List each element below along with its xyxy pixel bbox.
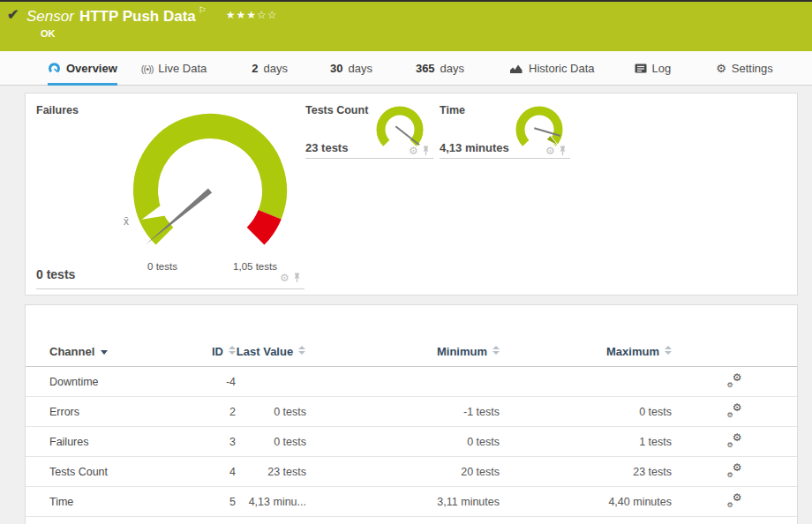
channel-id: 3 [229, 436, 236, 448]
sort-desc-icon [101, 350, 108, 355]
tab-30-days[interactable]: 30 days [330, 51, 372, 86]
channel-minimum: 20 tests [461, 466, 500, 478]
sort-icon [298, 346, 305, 355]
channel-name: Time [49, 496, 73, 508]
gauge-settings-icon[interactable]: ⚙ [545, 146, 555, 155]
table-row: Downtime -4 ⚙ ⚙ [26, 367, 797, 397]
settings-gear-icon: ⚙ [716, 62, 726, 75]
sensor-header: ✔ SensorHTTP Push Data⚐★★★☆☆ OK [0, 2, 812, 51]
channels-table-panel: Channel ID Last Value Minimum Maximum Do… [25, 304, 798, 524]
channel-minimum: -1 tests [463, 406, 500, 418]
sort-icon [229, 346, 236, 355]
channel-settings-icon[interactable]: ⚙ ⚙ [727, 374, 742, 387]
table-row: Errors 2 0 tests -1 tests 0 tests ⚙ ⚙ [26, 397, 797, 427]
object-kind-label: Sensor [26, 8, 74, 25]
channel-id: 2 [229, 406, 236, 418]
table-row: Time 5 4,13 minu... 3,11 minutes 4,40 mi… [26, 487, 797, 517]
historic-chart-icon [509, 64, 523, 74]
channel-maximum: 23 tests [633, 466, 672, 478]
column-header-last-value[interactable]: Last Value [236, 345, 306, 359]
average-marker-label: x̄ [124, 215, 129, 228]
divider [305, 158, 433, 159]
tab-settings[interactable]: ⚙ Settings [716, 51, 773, 86]
divider [440, 158, 570, 159]
pin-icon[interactable] [422, 146, 430, 156]
channel-last-value: 0 tests [274, 406, 306, 418]
gauge-settings-icon[interactable]: ⚙ [409, 146, 418, 155]
tab-bar: Overview ((•)) Live Data 2 days 30 days … [0, 51, 812, 86]
channel-settings-icon[interactable]: ⚙ ⚙ [727, 434, 742, 447]
column-header-maximum[interactable]: Maximum [500, 345, 672, 359]
channel-last-value: 4,13 minu... [249, 496, 306, 508]
gauge-icon [48, 62, 61, 75]
failures-current-value: 0 tests [36, 267, 75, 281]
log-list-icon [635, 64, 647, 73]
table-body: Downtime -4 ⚙ ⚙ Errors 2 0 tests -1 test… [26, 367, 797, 517]
channel-settings-icon[interactable]: ⚙ ⚙ [727, 464, 742, 477]
gauge-scale-max: 1,05 tests [233, 261, 277, 272]
column-header-id[interactable]: ID [184, 345, 236, 359]
tab-live-data[interactable]: ((•)) Live Data [141, 51, 207, 86]
gauges-panel: Failures x̄ 0 tests 1,05 tests 0 tests ⚙… [25, 93, 798, 296]
gauge-title-failures: Failures [36, 104, 79, 116]
channel-name: Tests Count [49, 466, 108, 478]
gauge-title-time: Time [440, 104, 465, 116]
pin-icon[interactable] [559, 146, 567, 156]
channel-last-value: 0 tests [274, 436, 306, 448]
column-header-minimum[interactable]: Minimum [306, 345, 500, 359]
table-header-row: Channel ID Last Value Minimum Maximum [26, 305, 797, 367]
channel-name: Downtime [49, 376, 99, 388]
flag-icon[interactable]: ⚐ [199, 5, 207, 15]
time-current-value: 4,13 minutes [440, 141, 509, 154]
pin-icon[interactable] [293, 273, 301, 283]
gauge-settings-icon[interactable]: ⚙ [280, 273, 289, 282]
channel-settings-icon[interactable]: ⚙ ⚙ [727, 494, 742, 507]
channel-id: -4 [226, 376, 236, 388]
time-block-actions: ⚙ [545, 146, 567, 156]
sort-icon [665, 346, 672, 355]
tab-historic-data[interactable]: Historic Data [509, 51, 594, 86]
gauge-scale-min: 0 tests [147, 261, 177, 272]
priority-stars[interactable]: ★★★☆☆ [226, 9, 278, 21]
column-header-channel[interactable]: Channel [26, 345, 184, 359]
status-check-icon: ✔ [7, 6, 19, 23]
channel-settings-icon[interactable]: ⚙ ⚙ [727, 404, 742, 417]
channel-last-value: 23 tests [267, 466, 306, 478]
failures-block-actions: ⚙ [280, 273, 301, 283]
tab-log[interactable]: Log [635, 51, 672, 86]
gauge-title-tests-count: Tests Count [305, 104, 368, 116]
channel-maximum: 1 tests [639, 436, 672, 448]
channel-name: Errors [49, 406, 79, 418]
table-row: Failures 3 0 tests 0 tests 1 tests ⚙ ⚙ [26, 427, 797, 457]
channel-maximum: 0 tests [639, 406, 672, 418]
tab-overview[interactable]: Overview [48, 51, 117, 86]
channel-id: 4 [229, 466, 236, 478]
status-badge: OK [41, 28, 56, 39]
tests-count-block-actions: ⚙ [409, 146, 430, 156]
tab-2-days[interactable]: 2 days [252, 51, 288, 86]
tests-count-current-value: 23 tests [305, 141, 348, 154]
channel-minimum: 3,11 minutes [437, 496, 500, 508]
divider [36, 288, 304, 289]
page-title: HTTP Push Data [79, 8, 196, 25]
failures-gauge: x̄ [122, 99, 298, 275]
sort-icon [492, 346, 500, 355]
table-row: Tests Count 4 23 tests 20 tests 23 tests… [26, 457, 797, 487]
channel-name: Failures [49, 436, 88, 448]
tab-365-days[interactable]: 365 days [416, 51, 464, 86]
channel-maximum: 4,40 minutes [608, 496, 672, 508]
channel-minimum: 0 tests [467, 436, 500, 448]
live-data-icon: ((•)) [141, 64, 154, 74]
channel-id: 5 [229, 496, 236, 508]
